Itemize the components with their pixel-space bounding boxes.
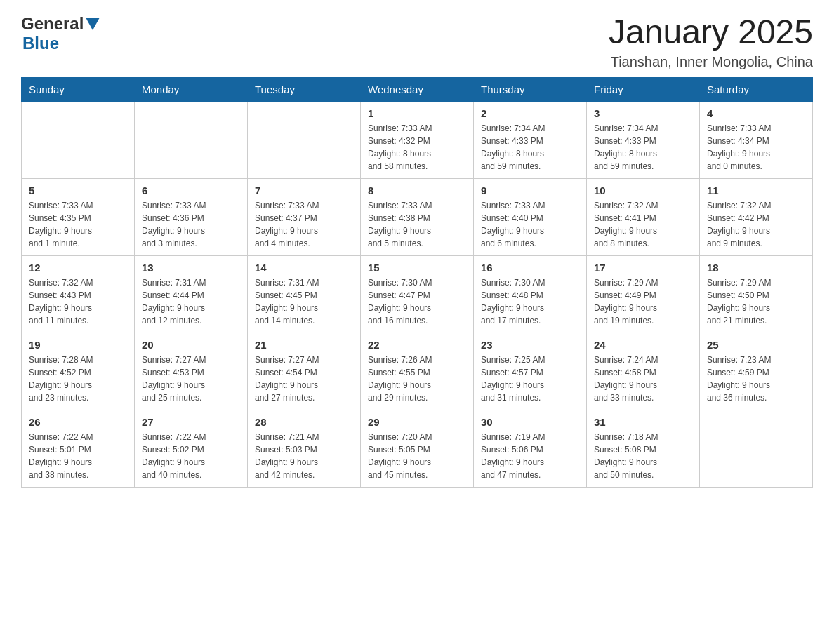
day-info: Sunrise: 7:31 AMSunset: 4:44 PMDaylight:… bbox=[142, 276, 240, 327]
calendar-day-cell: 25Sunrise: 7:23 AMSunset: 4:59 PMDayligh… bbox=[700, 333, 813, 410]
day-info: Sunrise: 7:18 AMSunset: 5:08 PMDaylight:… bbox=[594, 431, 692, 481]
day-number: 10 bbox=[594, 185, 692, 196]
day-number: 2 bbox=[481, 107, 579, 119]
day-number: 26 bbox=[29, 416, 127, 428]
calendar-week-row: 19Sunrise: 7:28 AMSunset: 4:52 PMDayligh… bbox=[22, 333, 813, 410]
day-info: Sunrise: 7:23 AMSunset: 4:59 PMDaylight:… bbox=[707, 354, 805, 404]
day-number: 27 bbox=[142, 416, 240, 428]
day-number: 8 bbox=[368, 185, 466, 196]
calendar-week-row: 26Sunrise: 7:22 AMSunset: 5:01 PMDayligh… bbox=[22, 410, 813, 487]
calendar-day-cell: 4Sunrise: 7:33 AMSunset: 4:34 PMDaylight… bbox=[700, 101, 813, 178]
calendar-day-cell: 23Sunrise: 7:25 AMSunset: 4:57 PMDayligh… bbox=[474, 333, 587, 410]
calendar-day-cell: 8Sunrise: 7:33 AMSunset: 4:38 PMDaylight… bbox=[361, 178, 474, 255]
day-number: 12 bbox=[29, 262, 127, 274]
calendar-day-cell bbox=[135, 101, 248, 178]
title-section: January 2025 Tianshan, Inner Mongolia, C… bbox=[609, 14, 813, 70]
day-number: 29 bbox=[368, 416, 466, 428]
day-number: 20 bbox=[142, 339, 240, 351]
calendar-day-cell bbox=[700, 410, 813, 487]
day-info: Sunrise: 7:19 AMSunset: 5:06 PMDaylight:… bbox=[481, 431, 579, 481]
day-info: Sunrise: 7:33 AMSunset: 4:37 PMDaylight:… bbox=[255, 199, 353, 250]
calendar-day-cell: 14Sunrise: 7:31 AMSunset: 4:45 PMDayligh… bbox=[248, 255, 361, 333]
day-number: 18 bbox=[707, 262, 805, 274]
day-info: Sunrise: 7:27 AMSunset: 4:53 PMDaylight:… bbox=[142, 354, 240, 404]
day-number: 31 bbox=[594, 416, 692, 428]
calendar-day-cell: 24Sunrise: 7:24 AMSunset: 4:58 PMDayligh… bbox=[587, 333, 700, 410]
day-info: Sunrise: 7:29 AMSunset: 4:50 PMDaylight:… bbox=[707, 276, 805, 327]
day-number: 4 bbox=[707, 107, 805, 119]
calendar-day-cell: 6Sunrise: 7:33 AMSunset: 4:36 PMDaylight… bbox=[135, 178, 248, 255]
calendar-week-row: 5Sunrise: 7:33 AMSunset: 4:35 PMDaylight… bbox=[22, 178, 813, 255]
logo: General Blue bbox=[21, 14, 100, 53]
day-number: 28 bbox=[255, 416, 353, 428]
calendar-table: SundayMondayTuesdayWednesdayThursdayFrid… bbox=[21, 77, 813, 488]
day-info: Sunrise: 7:22 AMSunset: 5:01 PMDaylight:… bbox=[29, 431, 127, 481]
day-info: Sunrise: 7:30 AMSunset: 4:47 PMDaylight:… bbox=[368, 276, 466, 327]
day-number: 11 bbox=[707, 185, 805, 196]
day-info: Sunrise: 7:33 AMSunset: 4:40 PMDaylight:… bbox=[481, 199, 579, 250]
day-number: 9 bbox=[481, 185, 579, 196]
day-info: Sunrise: 7:22 AMSunset: 5:02 PMDaylight:… bbox=[142, 431, 240, 481]
day-info: Sunrise: 7:25 AMSunset: 4:57 PMDaylight:… bbox=[481, 354, 579, 404]
svg-marker-0 bbox=[86, 18, 100, 30]
day-number: 15 bbox=[368, 262, 466, 274]
calendar-day-cell: 11Sunrise: 7:32 AMSunset: 4:42 PMDayligh… bbox=[700, 178, 813, 255]
calendar-day-cell: 29Sunrise: 7:20 AMSunset: 5:05 PMDayligh… bbox=[361, 410, 474, 487]
day-info: Sunrise: 7:26 AMSunset: 4:55 PMDaylight:… bbox=[368, 354, 466, 404]
day-number: 5 bbox=[29, 185, 127, 196]
day-number: 6 bbox=[142, 185, 240, 196]
day-number: 21 bbox=[255, 339, 353, 351]
day-info: Sunrise: 7:33 AMSunset: 4:32 PMDaylight:… bbox=[368, 122, 466, 173]
day-info: Sunrise: 7:32 AMSunset: 4:41 PMDaylight:… bbox=[594, 199, 692, 250]
calendar-day-cell: 18Sunrise: 7:29 AMSunset: 4:50 PMDayligh… bbox=[700, 255, 813, 333]
day-number: 24 bbox=[594, 339, 692, 351]
day-info: Sunrise: 7:33 AMSunset: 4:34 PMDaylight:… bbox=[707, 122, 805, 173]
day-info: Sunrise: 7:32 AMSunset: 4:43 PMDaylight:… bbox=[29, 276, 127, 327]
day-info: Sunrise: 7:30 AMSunset: 4:48 PMDaylight:… bbox=[481, 276, 579, 327]
calendar-day-cell: 10Sunrise: 7:32 AMSunset: 4:41 PMDayligh… bbox=[587, 178, 700, 255]
calendar-day-cell: 2Sunrise: 7:34 AMSunset: 4:33 PMDaylight… bbox=[474, 101, 587, 178]
day-info: Sunrise: 7:33 AMSunset: 4:36 PMDaylight:… bbox=[142, 199, 240, 250]
day-number: 7 bbox=[255, 185, 353, 196]
calendar-day-cell: 17Sunrise: 7:29 AMSunset: 4:49 PMDayligh… bbox=[587, 255, 700, 333]
calendar-week-row: 12Sunrise: 7:32 AMSunset: 4:43 PMDayligh… bbox=[22, 255, 813, 333]
day-number: 25 bbox=[707, 339, 805, 351]
calendar-day-header: Tuesday bbox=[248, 77, 361, 101]
calendar-day-cell: 19Sunrise: 7:28 AMSunset: 4:52 PMDayligh… bbox=[22, 333, 135, 410]
calendar-day-cell: 26Sunrise: 7:22 AMSunset: 5:01 PMDayligh… bbox=[22, 410, 135, 487]
day-info: Sunrise: 7:29 AMSunset: 4:49 PMDaylight:… bbox=[594, 276, 692, 327]
calendar-day-cell: 12Sunrise: 7:32 AMSunset: 4:43 PMDayligh… bbox=[22, 255, 135, 333]
day-info: Sunrise: 7:24 AMSunset: 4:58 PMDaylight:… bbox=[594, 354, 692, 404]
day-number: 30 bbox=[481, 416, 579, 428]
calendar-day-cell: 20Sunrise: 7:27 AMSunset: 4:53 PMDayligh… bbox=[135, 333, 248, 410]
day-info: Sunrise: 7:31 AMSunset: 4:45 PMDaylight:… bbox=[255, 276, 353, 327]
day-number: 22 bbox=[368, 339, 466, 351]
day-info: Sunrise: 7:20 AMSunset: 5:05 PMDaylight:… bbox=[368, 431, 466, 481]
calendar-day-cell: 31Sunrise: 7:18 AMSunset: 5:08 PMDayligh… bbox=[587, 410, 700, 487]
calendar-day-cell: 3Sunrise: 7:34 AMSunset: 4:33 PMDaylight… bbox=[587, 101, 700, 178]
calendar-day-header: Wednesday bbox=[361, 77, 474, 101]
calendar-day-cell: 1Sunrise: 7:33 AMSunset: 4:32 PMDaylight… bbox=[361, 101, 474, 178]
day-number: 17 bbox=[594, 262, 692, 274]
page-title: January 2025 bbox=[609, 14, 813, 51]
day-info: Sunrise: 7:33 AMSunset: 4:38 PMDaylight:… bbox=[368, 199, 466, 250]
day-info: Sunrise: 7:32 AMSunset: 4:42 PMDaylight:… bbox=[707, 199, 805, 250]
calendar-day-cell: 21Sunrise: 7:27 AMSunset: 4:54 PMDayligh… bbox=[248, 333, 361, 410]
calendar-day-cell: 16Sunrise: 7:30 AMSunset: 4:48 PMDayligh… bbox=[474, 255, 587, 333]
calendar-day-cell: 15Sunrise: 7:30 AMSunset: 4:47 PMDayligh… bbox=[361, 255, 474, 333]
logo-blue-text: Blue bbox=[22, 34, 59, 53]
calendar-day-cell: 9Sunrise: 7:33 AMSunset: 4:40 PMDaylight… bbox=[474, 178, 587, 255]
day-info: Sunrise: 7:28 AMSunset: 4:52 PMDaylight:… bbox=[29, 354, 127, 404]
calendar-day-cell: 30Sunrise: 7:19 AMSunset: 5:06 PMDayligh… bbox=[474, 410, 587, 487]
day-number: 13 bbox=[142, 262, 240, 274]
calendar-day-cell: 22Sunrise: 7:26 AMSunset: 4:55 PMDayligh… bbox=[361, 333, 474, 410]
calendar-day-cell: 5Sunrise: 7:33 AMSunset: 4:35 PMDaylight… bbox=[22, 178, 135, 255]
calendar-day-header: Sunday bbox=[22, 77, 135, 101]
calendar-day-header: Friday bbox=[587, 77, 700, 101]
page-header: General Blue January 2025 Tianshan, Inne… bbox=[21, 14, 813, 70]
calendar-day-cell: 27Sunrise: 7:22 AMSunset: 5:02 PMDayligh… bbox=[135, 410, 248, 487]
calendar-header-row: SundayMondayTuesdayWednesdayThursdayFrid… bbox=[22, 77, 813, 101]
calendar-day-cell: 7Sunrise: 7:33 AMSunset: 4:37 PMDaylight… bbox=[248, 178, 361, 255]
day-number: 16 bbox=[481, 262, 579, 274]
calendar-day-cell bbox=[22, 101, 135, 178]
